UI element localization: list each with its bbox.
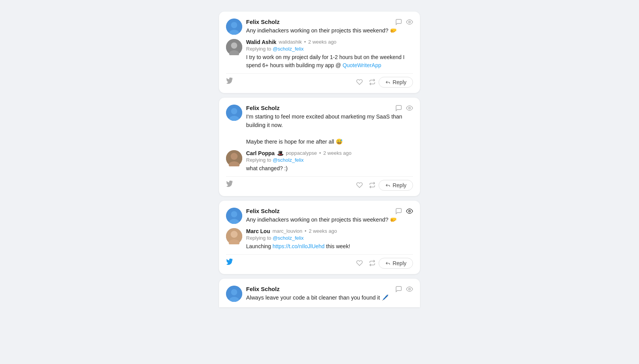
reply-btn-label-3: Reply [393,260,406,266]
svg-point-12 [231,153,238,160]
avatar-felix-3 [226,208,242,224]
reply-content-2: Carl Poppa 🎩 poppacalypse • 2 weeks ago … [246,150,413,173]
svg-point-19 [231,231,238,238]
avatar-felix-2 [226,105,242,121]
tweet-author-section-3: Felix Scholz Any indiehackers working on… [246,208,413,224]
replying-to-link-1[interactable]: @scholz_felix [273,46,304,52]
tweet-card-4: Felix Scholz Always leave your code a bi… [219,279,420,308]
comment-icon-2[interactable] [395,105,402,113]
action-bar-1: Reply [226,73,413,88]
svg-point-17 [409,210,411,212]
tweet-feed: Felix Scholz Any indiehackers working on… [219,8,420,356]
retweet-btn-3[interactable] [366,258,379,268]
replying-to-2: Replying to @scholz_felix [246,157,413,163]
tweet-text-3: Any indiehackers working on their projec… [246,216,413,224]
svg-point-3 [409,21,411,23]
tweet-card-3: Felix Scholz Any indiehackers working on… [219,201,420,274]
tweet-card-1: Felix Scholz Any indiehackers working on… [219,12,420,93]
reply-time-val-3: 2 weeks ago [309,228,337,234]
reply-btn-3[interactable]: Reply [379,258,413,269]
author-name-4: Felix Scholz [246,286,413,292]
action-bar-2: Reply [226,176,413,191]
retweet-btn-1[interactable] [366,77,379,87]
replying-to-link-3[interactable]: @scholz_felix [273,235,304,241]
avatar-felix-1 [226,19,242,35]
reply-handle-2: poppacalypse [286,150,317,156]
author-name-2: Felix Scholz [246,105,413,111]
reply-link-1[interactable]: QuoteWriterApp [343,62,381,68]
reply-btn-1[interactable]: Reply [379,77,413,88]
reply-time-3: • [305,228,307,234]
svg-point-15 [231,211,237,217]
reply-author-emoji-2: 🎩 [277,150,284,156]
tweet-header-2: Felix Scholz I'm starting to feel more e… [226,105,413,146]
svg-point-24 [409,288,411,290]
reply-text-2: what changed? :) [246,164,413,173]
eye-icon-4[interactable] [406,286,413,294]
heart-btn-1[interactable] [353,77,366,87]
reply-section-2: Carl Poppa 🎩 poppacalypse • 2 weeks ago … [226,150,413,173]
comment-icon-4[interactable] [395,286,402,294]
card-icons-3 [395,208,413,216]
reply-section-3: Marc Lou marc_louvion • 2 weeks ago Repl… [226,228,413,251]
replying-to-1: Replying to @scholz_felix [246,46,413,52]
tweet-author-section-1: Felix Scholz Any indiehackers working on… [246,19,413,35]
reply-content-1: Walid Ashik walidashik • 2 weeks ago Rep… [246,39,413,69]
author-name-1: Felix Scholz [246,19,413,25]
avatar-marc-3 [226,228,242,244]
eye-icon-3[interactable] [406,208,413,216]
tweet-header-3: Felix Scholz Any indiehackers working on… [226,208,413,224]
tweet-author-section-4: Felix Scholz Always leave your code a bi… [246,286,413,302]
svg-point-22 [231,289,237,295]
svg-point-5 [231,42,237,49]
eye-icon-1[interactable] [406,19,413,27]
twitter-logo-2 [226,181,233,190]
reply-text-1: I try to work on my project daily for 1-… [246,53,413,69]
reply-handle-3: marc_louvion [272,228,302,234]
card-icons-1 [395,19,413,27]
heart-btn-2[interactable] [353,180,366,190]
reply-author-name-3: Marc Lou [246,228,270,234]
reply-author-name-1: Walid Ashik [246,39,276,45]
eye-icon-2[interactable] [406,105,413,113]
reply-section-1: Walid Ashik walidashik • 2 weeks ago Rep… [226,39,413,69]
retweet-btn-2[interactable] [366,180,379,190]
tweet-text-1: Any indiehackers working on their projec… [246,27,413,35]
tweet-header-4: Felix Scholz Always leave your code a bi… [226,286,413,302]
svg-point-10 [409,107,411,109]
replying-to-3: Replying to @scholz_felix [246,235,413,241]
reply-btn-label-2: Reply [393,182,406,188]
tweet-header-1: Felix Scholz Any indiehackers working on… [226,19,413,35]
reply-btn-label-1: Reply [393,79,406,85]
avatar-felix-4 [226,286,242,302]
comment-icon-1[interactable] [395,19,402,27]
tweet-card-2: Felix Scholz I'm starting to feel more e… [219,98,420,196]
reply-text-3: Launching https://t.co/nIloJlUehd this w… [246,242,413,251]
tweet-author-section-2: Felix Scholz I'm starting to feel more e… [246,105,413,146]
tweet-text-4: Always leave your code a bit cleaner tha… [246,294,413,302]
reply-handle-1: walidashik [279,39,302,45]
reply-time-val-1: 2 weeks ago [308,39,336,45]
tweet-text-2: I'm starting to feel more excited about … [246,113,413,146]
twitter-logo-1 [226,78,233,86]
reply-time-1: • [304,39,306,45]
heart-btn-3[interactable] [353,258,366,268]
avatar-walid-1 [226,39,242,55]
reply-time-val-2: 2 weeks ago [323,150,352,156]
reply-content-3: Marc Lou marc_louvion • 2 weeks ago Repl… [246,228,413,251]
replying-to-link-2[interactable]: @scholz_felix [273,157,304,163]
card-icons-4 [395,286,413,294]
author-name-3: Felix Scholz [246,208,413,214]
reply-link-3[interactable]: https://t.co/nIloJlUehd [273,243,325,249]
reply-btn-2[interactable]: Reply [379,180,413,191]
avatar-carl-2 [226,150,242,166]
reply-author-name-2: Carl Poppa [246,150,275,156]
card-icons-2 [395,105,413,113]
reply-time-2: • [319,150,321,156]
comment-icon-3[interactable] [395,208,402,216]
twitter-logo-3 [226,259,233,267]
svg-point-1 [231,22,237,28]
svg-point-8 [231,108,237,114]
action-bar-3: Reply [226,254,413,269]
